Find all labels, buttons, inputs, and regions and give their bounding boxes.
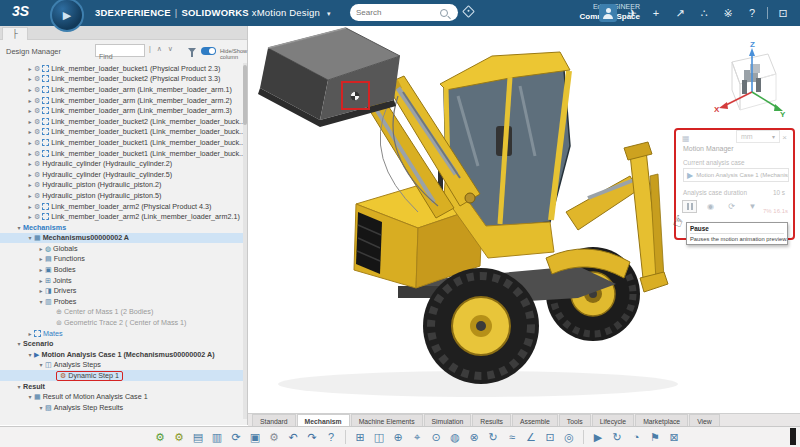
- tree-item[interactable]: ▸▣Bodies: [0, 264, 243, 275]
- wheel-joint-icon[interactable]: ◎: [561, 429, 577, 445]
- collapsed-arrow-icon[interactable]: ▸: [37, 245, 45, 252]
- tree-item[interactable]: ▸⚙Hydraulic_cylinder (Hydraulic_cylinder…: [0, 169, 243, 180]
- box-select-icon[interactable]: ⊡: [542, 429, 558, 445]
- search-box[interactable]: [350, 4, 458, 21]
- tree-item[interactable]: ▸⚙Link_member_loader_arm (Link_member_lo…: [0, 84, 243, 95]
- undo-icon[interactable]: ↶: [285, 429, 301, 445]
- tree-item[interactable]: ▸⊞Joints: [0, 275, 243, 286]
- tree-item[interactable]: ▾Result: [0, 381, 243, 392]
- tab-machine-elements[interactable]: Machine Elements: [351, 414, 423, 426]
- export-result-icon[interactable]: ⊠: [666, 429, 682, 445]
- scrollbar-thumb[interactable]: [243, 65, 247, 125]
- tree-item[interactable]: ▸⚙Hydraulic_piston (Hydraulic_piston.5): [0, 190, 243, 201]
- collapsed-arrow-icon[interactable]: ▸: [26, 192, 34, 199]
- settings-gear-icon[interactable]: ⚙: [266, 429, 282, 445]
- tree-item[interactable]: ▸⚙Link_member_loader_arm2 (Physical Prod…: [0, 201, 243, 212]
- add-icon[interactable]: +: [647, 4, 665, 22]
- share-network-icon[interactable]: ∴: [695, 4, 713, 22]
- collapsed-arrow-icon[interactable]: ▸: [26, 203, 34, 210]
- share-arrow-icon[interactable]: ↗: [671, 4, 689, 22]
- tree-item[interactable]: ▾▥Probes: [0, 296, 243, 307]
- app-chevron-down-icon[interactable]: ▾: [327, 10, 331, 17]
- user-icon[interactable]: [599, 4, 617, 22]
- edit-content-icon[interactable]: ⚙: [171, 429, 187, 445]
- section-icon[interactable]: ⊗: [466, 429, 482, 445]
- tree-item[interactable]: ⊕Center of Mass 1 (2 Bodies): [0, 307, 243, 318]
- column-toggle[interactable]: [201, 47, 216, 55]
- toolbar-help-icon[interactable]: ?: [323, 429, 339, 445]
- tab-lifecycle[interactable]: Lifecycle: [592, 414, 634, 426]
- search-input[interactable]: [356, 8, 440, 17]
- tab-results[interactable]: Results: [472, 414, 511, 426]
- tree-item[interactable]: ▸⚙Link_member_loader_bucket1 (Link_membe…: [0, 148, 243, 159]
- close-icon[interactable]: ×: [782, 133, 787, 142]
- expanded-arrow-icon[interactable]: ▾: [37, 404, 45, 411]
- tree-item[interactable]: ▾▦Result of Motion Analysis Case 1: [0, 391, 243, 402]
- new-content-icon[interactable]: ⚙: [152, 429, 168, 445]
- share-send-icon[interactable]: ✈: [623, 4, 641, 22]
- sphere-icon[interactable]: ⊕: [390, 429, 406, 445]
- filter-button[interactable]: ▼: [745, 200, 760, 213]
- collapsed-arrow-icon[interactable]: ▸: [37, 266, 45, 273]
- pause-button[interactable]: [682, 200, 697, 213]
- filter-funnel-icon[interactable]: [188, 48, 196, 53]
- tree-item[interactable]: ▸⚙Link_member_loader_bucket2 (Link_membe…: [0, 116, 243, 127]
- redo-icon[interactable]: ↷: [304, 429, 320, 445]
- collapsed-arrow-icon[interactable]: ▸: [26, 128, 34, 135]
- find-input[interactable]: [96, 51, 144, 62]
- tab-assemble[interactable]: Assemble: [512, 414, 558, 426]
- tab-tools[interactable]: Tools: [559, 414, 591, 426]
- expanded-arrow-icon[interactable]: ▾: [26, 351, 34, 358]
- expanded-arrow-icon[interactable]: ▾: [37, 361, 45, 368]
- fullscreen-icon[interactable]: ⊡: [774, 4, 792, 22]
- play-simulation-icon[interactable]: ▶: [590, 429, 606, 445]
- tree-item[interactable]: ▸◍Globals: [0, 243, 243, 254]
- gauge-icon[interactable]: ◔: [628, 429, 644, 445]
- expanded-arrow-icon[interactable]: ▾: [15, 224, 23, 231]
- angle-icon[interactable]: ∠: [523, 429, 539, 445]
- tab-standard[interactable]: Standard: [252, 414, 296, 426]
- flag-icon[interactable]: ⚑: [647, 429, 663, 445]
- front-wheel[interactable]: [423, 268, 539, 384]
- app-title[interactable]: 3DEXPERIENCE|SOLIDWORKS xMotion Design ▾: [95, 7, 331, 18]
- probe-icon[interactable]: ◍: [447, 429, 463, 445]
- tree-item[interactable]: ▸⚙Link_member_loader_arm (Link_member_lo…: [0, 105, 243, 116]
- tag-icon[interactable]: [462, 5, 475, 18]
- rotate-icon[interactable]: ↻: [485, 429, 501, 445]
- compass-icon[interactable]: ⊙: [428, 429, 444, 445]
- expanded-arrow-icon[interactable]: ▾: [26, 393, 34, 400]
- collapsed-arrow-icon[interactable]: ▸: [37, 255, 45, 262]
- center-of-mass-marker[interactable]: [351, 92, 360, 101]
- tree-item[interactable]: ▸⚙Hydraulic_piston (Hydraulic_piston.2): [0, 180, 243, 191]
- expanded-arrow-icon[interactable]: ▾: [26, 234, 34, 241]
- find-prev-next-buttons[interactable]: | ∧ ∨: [149, 45, 175, 53]
- measure-icon[interactable]: ≈: [504, 429, 520, 445]
- tree-item[interactable]: ▾◫Analysis Steps: [0, 360, 243, 371]
- collapsed-arrow-icon[interactable]: ▸: [26, 139, 34, 146]
- tree-tab[interactable]: ├: [2, 27, 28, 40]
- panel-scrollbar[interactable]: [243, 63, 247, 419]
- tree-item[interactable]: ▸◨Drivers: [0, 285, 243, 296]
- tab-simulation[interactable]: Simulation: [424, 414, 472, 426]
- 3d-viewport[interactable]: Z X Y mm ▾ ▦ × Motion Manager Current an…: [248, 26, 800, 413]
- tree-item[interactable]: ⊚Geometric Trace 2 ( Center of Mass 1): [0, 317, 243, 328]
- search-icon[interactable]: [440, 9, 448, 17]
- tree-item[interactable]: ▸⚙Link_member_loader_bucket1 (Link_membe…: [0, 137, 243, 148]
- record-button[interactable]: ◉: [703, 200, 718, 213]
- tree-item[interactable]: ▸▤Functions: [0, 254, 243, 265]
- collapsed-arrow-icon[interactable]: ▸: [26, 75, 34, 82]
- collapsed-arrow-icon[interactable]: ▸: [26, 86, 34, 93]
- current-case-field[interactable]: ▶ Motion Analysis Case 1 (Mechanismus00: [683, 168, 789, 182]
- expanded-arrow-icon[interactable]: ▾: [15, 383, 23, 390]
- axis-system-icon[interactable]: ⌖: [409, 429, 425, 445]
- tree-item[interactable]: ▾▦Mechanismus00000002 A: [0, 233, 243, 244]
- new-mechanism-icon[interactable]: ⊞: [352, 429, 368, 445]
- collapsed-arrow-icon[interactable]: ▸: [26, 150, 34, 157]
- collapsed-arrow-icon[interactable]: ▸: [26, 181, 34, 188]
- refresh-icon[interactable]: ⟳: [228, 429, 244, 445]
- expanded-arrow-icon[interactable]: ▾: [15, 340, 23, 347]
- loop-button[interactable]: ⟳: [724, 200, 739, 213]
- find-box[interactable]: [95, 44, 145, 57]
- tree-item[interactable]: ▸⚙Link_member_loader_bucket1 (Link_membe…: [0, 127, 243, 138]
- tree-item[interactable]: ▸⚙Link_member_loader_arm (Link_member_lo…: [0, 95, 243, 106]
